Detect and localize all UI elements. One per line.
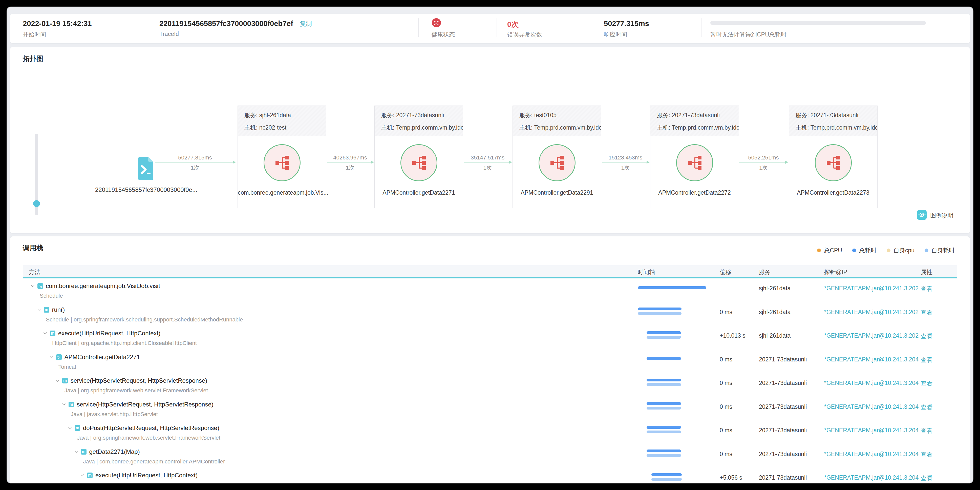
copy-trace-id-button[interactable]: 复制 xyxy=(300,20,312,28)
method-cell[interactable]: m APMController.getData2271 xyxy=(49,354,140,361)
method-name[interactable]: service(HttpServletRequest, HttpServletR… xyxy=(77,401,213,408)
topology-section: 拓扑图 220119154565857fc3700003000f0e... 服务… xyxy=(10,47,970,233)
view-link[interactable]: 查看 xyxy=(921,380,932,388)
trace-script-icon[interactable] xyxy=(138,157,153,180)
service-name: 20271-73datasunli xyxy=(759,356,807,363)
view-link[interactable]: 查看 xyxy=(921,332,932,340)
zoom-slider-handle[interactable] xyxy=(33,200,40,207)
divider xyxy=(496,18,497,37)
method-icon: m xyxy=(44,307,49,313)
chevron-down-icon[interactable] xyxy=(37,308,41,311)
service-circle[interactable] xyxy=(815,144,852,181)
edge-duration: 40263.967ms xyxy=(317,155,383,161)
topology-service-node[interactable]: 服务: test0105 主机: Temp.prd.comm.vm.by.idc… xyxy=(512,105,601,208)
trace-summary-bar: 2022-01-19 15:42:31 开始时间 220119154565857… xyxy=(10,14,970,43)
edge-duration: 50277.315ms xyxy=(162,155,228,161)
topology-service-node[interactable]: 服务: 20271-73datasunli 主机: Temp.prd.comm.… xyxy=(374,105,463,208)
service-name: sjhl-261data xyxy=(759,285,791,292)
col-probe: 探针@IP xyxy=(824,268,847,276)
chevron-down-icon[interactable] xyxy=(43,332,47,335)
method-name[interactable]: com.bonree.generateapm.job.VisitJob.visi… xyxy=(46,283,160,289)
offset-value: +5.056 s xyxy=(720,474,742,481)
view-link[interactable]: 查看 xyxy=(921,309,932,317)
node-service: 服务: test0105 xyxy=(513,106,601,119)
node-service: 服务: sjhl-261data xyxy=(238,106,326,119)
probe-ip-link[interactable]: *GENERATEAPM.jar@10.241.3.204 xyxy=(824,356,918,363)
col-timeline: 时间轴 xyxy=(638,268,655,276)
service-name: sjhl-261data xyxy=(759,332,791,339)
view-link[interactable]: 查看 xyxy=(921,451,932,459)
probe-ip-link[interactable]: *GENERATEAPM.jar@10.241.3.204 xyxy=(824,427,918,434)
offset-value: 0 ms xyxy=(720,356,732,363)
view-link[interactable]: 查看 xyxy=(921,285,932,293)
probe-ip-link[interactable]: *GENERATEAPM.jar@10.241.3.204 xyxy=(824,451,918,458)
view-link[interactable]: 查看 xyxy=(921,356,932,364)
service-name: 20271-73datasunli xyxy=(759,474,807,481)
callstack-row: m service(HttpServletRequest, HttpServle… xyxy=(23,397,957,421)
service-name: 20271-73datasunli xyxy=(759,380,807,386)
service-circle[interactable] xyxy=(401,144,438,181)
callstack-title: 调用栈 xyxy=(23,244,43,252)
method-cell[interactable]: m execute(HttpUriRequest, HttpContext) xyxy=(43,330,161,337)
method-detail: Schedule | org.springframework.schedulin… xyxy=(46,316,243,323)
topology-service-node[interactable]: 服务: 20271-73datasunli 主机: Temp.prd.comm.… xyxy=(650,105,739,208)
view-link[interactable]: 查看 xyxy=(921,427,932,435)
chevron-down-icon[interactable] xyxy=(80,474,84,477)
service-circle[interactable] xyxy=(676,144,713,181)
health-bad-icon xyxy=(431,18,441,27)
method-cell[interactable]: m service(HttpServletRequest, HttpServle… xyxy=(62,401,213,408)
view-link[interactable]: 查看 xyxy=(921,404,932,411)
edge-duration: 35147.517ms xyxy=(455,155,520,161)
method-cell[interactable]: m com.bonree.generateapm.job.VisitJob.vi… xyxy=(31,283,160,289)
chevron-down-icon[interactable] xyxy=(56,379,59,382)
view-link[interactable]: 查看 xyxy=(921,474,932,482)
legend-button[interactable] xyxy=(917,210,927,220)
self-time-bar xyxy=(647,407,681,410)
method-name[interactable]: execute(HttpUriRequest, HttpContext) xyxy=(58,330,161,337)
method-name[interactable]: service(HttpServletRequest, HttpServletR… xyxy=(71,377,207,384)
callstack-legend: 总CPU 总耗时 自身cpu 自身耗时 xyxy=(817,246,955,254)
method-name[interactable]: doPost(HttpServletRequest, HttpServletRe… xyxy=(83,425,220,431)
chevron-down-icon[interactable] xyxy=(49,356,53,358)
callstack-row: m run() Schedule | org.springframework.s… xyxy=(23,302,957,326)
probe-ip-link[interactable]: *GENERATEAPM.jar@10.241.3.202 xyxy=(824,285,918,292)
total-time-bar xyxy=(647,402,681,405)
chevron-down-icon[interactable] xyxy=(74,450,78,453)
node-header: 服务: test0105 主机: Temp.prd.comm.vm.by.idc… xyxy=(513,106,601,136)
probe-ip-link[interactable]: *GENERATEAPM.jar@10.241.3.202 xyxy=(824,309,918,316)
chevron-down-icon[interactable] xyxy=(31,285,35,287)
topology-service-node[interactable]: 服务: sjhl-261data 主机: nc202-test com.bonr… xyxy=(237,105,326,208)
service-circle[interactable] xyxy=(264,144,301,181)
method-name[interactable]: execute(HttpUriRequest, HttpContext) xyxy=(95,472,197,479)
edge-line xyxy=(327,162,373,163)
method-detail: Tomcat xyxy=(59,364,76,370)
method-cell[interactable]: m run() xyxy=(37,306,65,313)
method-name[interactable]: getData2271(Map) xyxy=(89,448,140,455)
divider xyxy=(701,18,702,37)
topology-service-node[interactable]: 服务: 20271-73datasunli 主机: Temp.prd.comm.… xyxy=(789,105,878,208)
probe-ip-link[interactable]: *GENERATEAPM.jar@10.241.3.202 xyxy=(824,332,918,339)
timeline-bars xyxy=(638,351,706,366)
method-name[interactable]: APMController.getData2271 xyxy=(65,354,140,361)
service-circle[interactable] xyxy=(539,144,576,181)
method-name[interactable]: run() xyxy=(52,306,65,313)
chevron-down-icon[interactable] xyxy=(68,427,72,429)
sitemap-icon xyxy=(687,155,703,171)
callstack-row: m service(HttpServletRequest, HttpServle… xyxy=(23,373,957,397)
chevron-down-icon[interactable] xyxy=(62,403,66,406)
method-cell[interactable]: m execute(HttpUriRequest, HttpContext) xyxy=(80,472,197,479)
method-cell[interactable]: m service(HttpServletRequest, HttpServle… xyxy=(56,377,207,384)
legend-item: 自身cpu xyxy=(887,246,915,254)
method-cell[interactable]: m doPost(HttpServletRequest, HttpServlet… xyxy=(68,425,220,431)
total-time-bar xyxy=(638,308,681,310)
probe-ip-link[interactable]: *GENERATEAPM.jar@10.241.3.204 xyxy=(824,404,918,410)
probe-ip-link[interactable]: *GENERATEAPM.jar@10.241.3.204 xyxy=(824,474,918,481)
node-host: 主机: Temp.prd.comm.vm.by.idc.b... xyxy=(789,119,877,132)
probe-ip-link[interactable]: *GENERATEAPM.jar@10.241.3.204 xyxy=(824,380,918,386)
method-cell[interactable]: m getData2271(Map) xyxy=(74,448,140,455)
callstack-table-header: 方法 时间轴 偏移 服务 探针@IP 属性 xyxy=(23,265,957,278)
node-host: 主机: nc202-test xyxy=(238,119,326,132)
cpu-time-label: 暂时无法计算得到CPU总耗时 xyxy=(710,30,787,38)
start-time-value: 2022-01-19 15:42:31 xyxy=(23,19,92,28)
self-time-bar xyxy=(647,454,681,457)
